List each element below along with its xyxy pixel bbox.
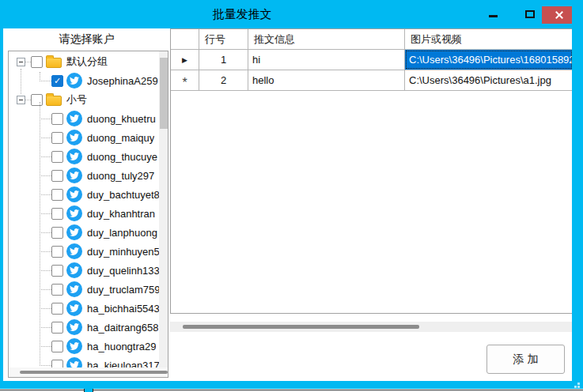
twitter-icon xyxy=(66,73,82,89)
tree-account-row[interactable]: duy_minhuyen5 xyxy=(40,242,159,261)
twitter-icon xyxy=(66,149,82,164)
tweet-grid: 行号 推文信息 图片或视频 ▶ 1 hi C:\Users\36496\Pict… xyxy=(170,28,574,314)
folder-icon xyxy=(46,96,62,106)
tree-account-row[interactable]: duy_lanphuong xyxy=(40,223,159,242)
window-border-right xyxy=(572,0,583,389)
cell-row-number[interactable]: 2 xyxy=(199,70,248,91)
tree-expander-icon[interactable] xyxy=(17,96,25,104)
account-label: duy_quelinh133 xyxy=(87,265,159,277)
resize-grip-icon[interactable] xyxy=(577,386,580,388)
twitter-icon xyxy=(66,300,82,316)
account-checkbox[interactable] xyxy=(51,341,63,352)
tree-vertical-scrollbar[interactable] xyxy=(159,51,168,368)
account-checkbox[interactable] xyxy=(51,189,63,201)
row-header-cell[interactable]: ▶ xyxy=(171,50,199,70)
account-checkbox[interactable] xyxy=(51,151,63,163)
group-checkbox[interactable] xyxy=(31,56,43,68)
column-header-media[interactable]: 图片或视频 xyxy=(405,29,573,50)
row-indicator-icon: * xyxy=(182,76,187,90)
account-tree-panel: 默认分组 ✓ JosephinaA259 小号 duong_khuetru du… xyxy=(8,51,168,378)
tree-account-row[interactable]: duong_thucuye xyxy=(40,147,159,166)
add-button[interactable]: 添 加 xyxy=(486,345,565,374)
resize-grip-icon[interactable] xyxy=(577,383,580,385)
titlebar[interactable]: 批量发推文 xyxy=(0,0,583,28)
row-header-cell[interactable]: * xyxy=(171,70,199,91)
tree-expander-icon[interactable] xyxy=(17,58,25,66)
account-checkbox[interactable] xyxy=(51,170,63,182)
tree-group-row[interactable]: 默认分组 xyxy=(17,52,159,71)
account-checkbox[interactable] xyxy=(51,227,63,239)
maximize-icon[interactable] xyxy=(525,10,535,18)
row-indicator-icon: ▶ xyxy=(182,56,187,64)
tree-connector xyxy=(40,119,51,119)
account-checkbox[interactable] xyxy=(51,303,63,315)
cell-tweet-text[interactable]: hi xyxy=(248,50,405,70)
account-panel-header: 请选择账户 xyxy=(3,28,170,49)
tree-account-row[interactable]: ha_bichhai5543 xyxy=(40,299,159,318)
cell-row-number[interactable]: 1 xyxy=(199,50,248,70)
resize-grip-icon[interactable] xyxy=(574,386,577,388)
tree-vertical-scrollbar-thumb[interactable] xyxy=(160,58,168,129)
tree-account-row[interactable]: duy_khanhtran xyxy=(40,204,159,223)
tree-horizontal-scrollbar[interactable] xyxy=(9,368,168,377)
minimize-icon[interactable] xyxy=(489,15,498,17)
account-label: ha_huongtra29 xyxy=(87,341,156,352)
tree-connector-line xyxy=(40,72,40,81)
taskbar-strip-notch xyxy=(84,389,93,392)
group-label: 小号 xyxy=(66,92,87,107)
grid-data-row[interactable]: ▶ 1 hi C:\Users\36496\Pictures\168015892… xyxy=(171,50,573,70)
account-checkbox[interactable] xyxy=(51,322,63,334)
tree-account-row[interactable]: duong_tuly297 xyxy=(40,166,159,185)
twitter-icon xyxy=(66,187,82,202)
account-checkbox[interactable]: ✓ xyxy=(51,75,63,87)
account-label: JosephinaA259 xyxy=(87,75,158,87)
column-header-tweet-info[interactable]: 推文信息 xyxy=(248,29,405,50)
grid-horizontal-scrollbar[interactable] xyxy=(170,322,572,332)
tree-connector-line xyxy=(40,102,40,366)
tree-account-row[interactable]: ha_daitrang658 xyxy=(40,318,159,337)
tree-account-row[interactable]: ✓ JosephinaA259 xyxy=(40,71,159,90)
tree-account-row[interactable]: duy_bachtuyet8 xyxy=(40,185,159,204)
tree-connector xyxy=(40,251,51,252)
twitter-icon xyxy=(66,319,82,335)
account-tree: 默认分组 ✓ JosephinaA259 小号 duong_khuetru du… xyxy=(9,52,159,375)
grid-data-row[interactable]: * 2 hello C:\Users\36496\Pictures\a1.jpg xyxy=(171,70,573,91)
tree-connector-line xyxy=(21,69,21,94)
group-checkbox[interactable] xyxy=(31,94,43,106)
tree-account-row[interactable]: duy_quelinh133 xyxy=(40,261,159,280)
tree-account-row[interactable]: duong_khuetru xyxy=(40,109,159,128)
account-checkbox[interactable] xyxy=(51,113,63,125)
tree-group-row[interactable]: 小号 xyxy=(17,90,159,109)
cell-tweet-text[interactable]: hello xyxy=(248,70,405,91)
app-window: 批量发推文 请选择账户 默认分组 ✓ JosephinaA259 小号 duon xyxy=(0,0,583,392)
twitter-icon xyxy=(66,224,82,240)
tree-account-row[interactable]: ha_huongtra29 xyxy=(40,337,159,356)
window-border-left xyxy=(0,28,3,381)
account-label: ha_bichhai5543 xyxy=(87,303,159,315)
tree-horizontal-scrollbar-thumb[interactable] xyxy=(20,371,168,374)
cell-media-path[interactable]: C:\Users\36496\Pictures\a1.jpg xyxy=(405,70,573,91)
tree-connector xyxy=(25,100,31,100)
cell-media-path[interactable]: C:\Users\36496\Pictures\1680158928 xyxy=(405,50,573,70)
group-label: 默认分组 xyxy=(66,55,108,69)
tree-account-row[interactable]: duy_truclam759 xyxy=(40,280,159,299)
tree-connector xyxy=(40,81,51,81)
account-checkbox[interactable] xyxy=(51,246,63,258)
account-checkbox[interactable] xyxy=(51,208,63,220)
account-label: ha_daitrang658 xyxy=(87,322,158,334)
account-checkbox[interactable] xyxy=(51,284,63,296)
tree-account-row[interactable]: duong_maiquy xyxy=(40,128,159,147)
twitter-icon xyxy=(66,243,82,259)
twitter-icon xyxy=(66,281,82,297)
twitter-icon xyxy=(66,205,82,221)
twitter-icon xyxy=(66,262,82,278)
tree-connector xyxy=(40,213,51,214)
account-checkbox[interactable] xyxy=(51,265,63,277)
account-label: duy_truclam759 xyxy=(87,284,159,296)
account-label: duong_maiquy xyxy=(87,132,154,144)
column-header-row-number[interactable]: 行号 xyxy=(199,29,248,50)
tree-connector xyxy=(40,327,51,328)
account-checkbox[interactable] xyxy=(51,132,63,144)
account-label: duy_minhuyen5 xyxy=(87,246,159,258)
grid-horizontal-scrollbar-thumb[interactable] xyxy=(183,325,419,329)
